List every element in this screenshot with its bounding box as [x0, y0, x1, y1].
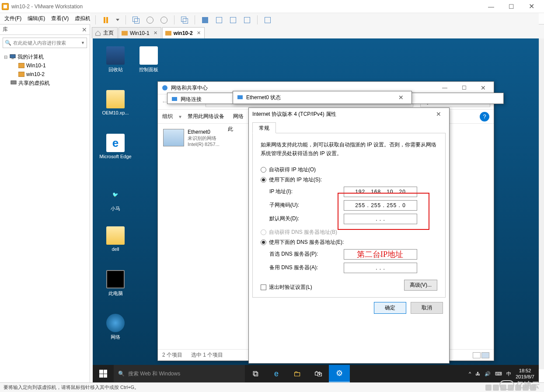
- library-search-input[interactable]: [13, 40, 79, 45]
- nsc-max[interactable]: ☐: [454, 82, 474, 94]
- guest-scrollbar[interactable]: [539, 38, 544, 369]
- tab-close-icon[interactable]: ✕: [153, 30, 157, 36]
- ipv4-title: Internet 协议版本 4 (TCP/IPv4) 属性: [252, 111, 336, 118]
- tab-general[interactable]: 常规: [252, 122, 276, 133]
- help-icon[interactable]: ?: [480, 112, 489, 121]
- menu-file[interactable]: 文件(F): [4, 15, 21, 22]
- svg-rect-2: [18, 63, 24, 68]
- input-ip-address[interactable]: 192 . 168 . 10 . 20: [344, 187, 417, 197]
- label-mask: 子网掩码(U):: [269, 201, 344, 209]
- tray-network-icon[interactable]: 🖧: [475, 371, 480, 376]
- tab-win10-2[interactable]: win10-2✕: [162, 27, 205, 38]
- svg-rect-1: [11, 59, 14, 59]
- library-search[interactable]: 🔍 ▼: [3, 38, 87, 48]
- vmware-icon: [2, 3, 9, 10]
- tab-win10-1[interactable]: Win10-1✕: [119, 27, 161, 38]
- cmd-organize[interactable]: 组织: [162, 113, 173, 120]
- close-button[interactable]: ✕: [521, 0, 541, 13]
- tree-vm-win10-2[interactable]: win10-2: [3, 70, 86, 79]
- vmware-titlebar: win10-2 - VMware Workstation — ☐ ✕: [0, 0, 544, 13]
- taskbar-explorer-icon[interactable]: 🗀: [287, 365, 308, 382]
- vm-tree: ⊟我的计算机 Win10-1 win10-2 共享的虚拟机: [0, 51, 90, 89]
- library-close-icon[interactable]: ✕: [82, 26, 87, 33]
- input-gateway[interactable]: . . .: [344, 214, 417, 224]
- tray-up-icon[interactable]: ^: [469, 371, 471, 376]
- menu-edit[interactable]: 编辑(E): [28, 15, 45, 22]
- tree-my-computer[interactable]: ⊟我的计算机: [3, 52, 86, 61]
- view-mode4-icon[interactable]: [243, 16, 251, 24]
- input-dns2[interactable]: . . .: [344, 263, 417, 273]
- ok-button[interactable]: 确定: [374, 302, 406, 314]
- radio-manual-ip[interactable]: 使用下面的 IP 地址(S):: [261, 176, 437, 184]
- ipv4-close[interactable]: ✕: [429, 108, 448, 120]
- svg-rect-10: [237, 95, 243, 99]
- desktop-edge[interactable]: eMicrosoft Edge: [99, 134, 132, 159]
- desktop-xiaoma[interactable]: 🐦小马: [99, 185, 132, 212]
- nsc-close[interactable]: ✕: [474, 82, 493, 94]
- window-ethernet0-status[interactable]: Ethernet0 状态 ✕: [233, 91, 412, 104]
- label-dns2: 备用 DNS 服务器(A):: [269, 264, 344, 271]
- eth-close[interactable]: ✕: [391, 91, 411, 104]
- cmd-disable[interactable]: 禁用此网络设备: [188, 113, 224, 120]
- checkbox-validate[interactable]: 退出时验证设置(L): [261, 284, 312, 291]
- view-mode3-icon[interactable]: [229, 16, 237, 24]
- tree-shared-vms[interactable]: 共享的虚拟机: [3, 79, 86, 87]
- library-header: 库 ✕: [0, 24, 90, 35]
- system-tray[interactable]: ^ 🖧 🔊 ⌨ 中 18:52 2019/8/7: [464, 368, 539, 380]
- view-mode1-icon[interactable]: [201, 16, 209, 24]
- view-thumb-icon[interactable]: [481, 352, 489, 358]
- taskbar-clock[interactable]: 18:52 2019/8/7: [516, 368, 534, 380]
- win10-desktop[interactable]: 回收站 ⚙控制面板 OEM10.xp... eMicrosoft Edge 🐦小…: [93, 38, 539, 369]
- snapshot-icon[interactable]: [132, 16, 140, 24]
- view-list-icon[interactable]: [473, 352, 481, 358]
- unity-icon[interactable]: [264, 16, 272, 24]
- tray-ime-icon[interactable]: ⌨: [495, 371, 502, 377]
- desktop-oem-folder[interactable]: OEM10.xp...: [99, 90, 132, 115]
- svg-rect-9: [172, 97, 177, 101]
- settings-icon[interactable]: [160, 16, 168, 24]
- search-dropdown-icon[interactable]: ▼: [81, 41, 85, 45]
- tray-volume-icon[interactable]: 🔊: [485, 371, 491, 377]
- desktop-this-pc[interactable]: 此电脑: [99, 270, 132, 297]
- radio-auto-dns: 自动获得 DNS 服务器地址(B): [261, 229, 437, 236]
- nsc-min[interactable]: —: [435, 82, 454, 94]
- taskbar-store-icon[interactable]: 🛍: [308, 365, 329, 382]
- fit-guest-icon[interactable]: [181, 16, 188, 24]
- minimize-button[interactable]: —: [481, 0, 501, 13]
- pause-icon[interactable]: [102, 16, 110, 24]
- maximize-button[interactable]: ☐: [501, 0, 521, 13]
- radio-icon: [261, 229, 266, 235]
- taskbar-edge-icon[interactable]: e: [266, 365, 287, 382]
- window-ipv4-properties[interactable]: Internet 协议版本 4 (TCP/IPv4) 属性 ✕ 常规 如果网络支…: [248, 108, 450, 364]
- task-view-icon[interactable]: ⧉: [245, 365, 266, 382]
- advanced-button[interactable]: 高级(V)...: [404, 280, 437, 291]
- svg-rect-3: [18, 72, 24, 77]
- desktop-recycle-bin[interactable]: 回收站: [99, 46, 132, 73]
- radio-auto-ip[interactable]: 自动获得 IP 地址(O): [261, 166, 437, 173]
- nsc-label-net: 网络: [233, 113, 244, 120]
- svg-rect-5: [122, 31, 128, 35]
- taskbar-search[interactable]: 🔍搜索 Web 和 Windows: [114, 365, 245, 382]
- desktop-dell[interactable]: dell: [99, 226, 132, 252]
- col-this: 此: [228, 125, 233, 133]
- taskbar-control-panel-icon[interactable]: ⚙: [329, 365, 350, 382]
- desktop-network[interactable]: 网络: [99, 314, 132, 340]
- tab-close-icon[interactable]: ✕: [197, 30, 201, 36]
- radio-manual-dns[interactable]: 使用下面的 DNS 服务器地址(E):: [261, 239, 437, 246]
- tray-lang-icon[interactable]: 中: [506, 371, 511, 377]
- view-mode2-icon[interactable]: [215, 16, 223, 24]
- nsc-icon: [161, 84, 168, 91]
- svg-rect-6: [165, 31, 171, 35]
- input-subnet-mask[interactable]: 255 . 255 . 255 . 0: [344, 200, 417, 211]
- power-dropdown-icon[interactable]: [116, 19, 119, 21]
- svg-point-7: [162, 85, 167, 90]
- desktop-control-panel[interactable]: ⚙控制面板: [132, 46, 165, 73]
- tree-vm-win10-1[interactable]: Win10-1: [3, 61, 86, 70]
- nc-icon: [171, 96, 178, 103]
- start-button[interactable]: [93, 365, 114, 382]
- menu-view[interactable]: 查看(V): [51, 15, 69, 22]
- watermark: 亿速云: [499, 380, 540, 390]
- snapshot-mgr-icon[interactable]: [146, 16, 154, 24]
- tab-home[interactable]: 主页: [92, 27, 118, 38]
- cancel-button[interactable]: 取消: [411, 302, 443, 314]
